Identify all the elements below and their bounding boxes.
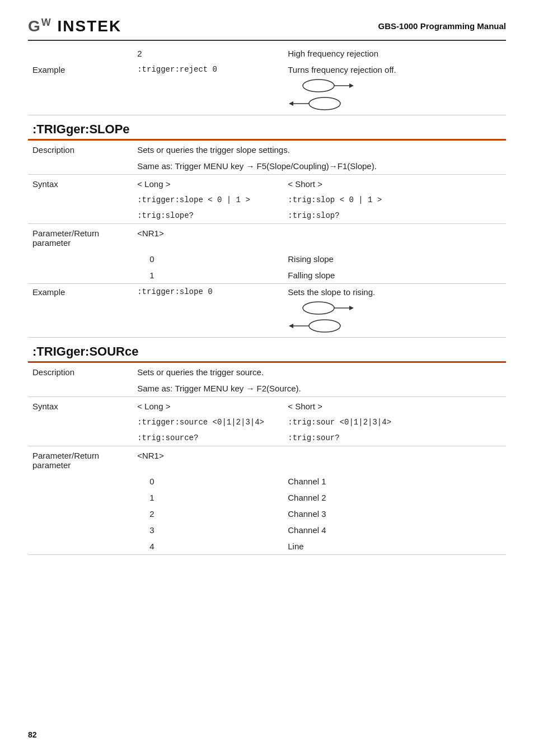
section1-example-desc: Sets the slope to rising. [283,284,506,338]
svg-point-11 [309,320,340,332]
arrow-svg-top [288,78,355,94]
section1-syntax-cmd1-row: :trigger:slope < 0 | 1 > :trig:slop < 0 … [28,192,506,208]
main-content-table: 2 High frequency rejection Example :trig… [28,41,506,555]
section1-param-0-value: 0 [133,251,283,267]
intro-number-row: 2 High frequency rejection [28,41,506,62]
section2-heading: :TRIGger:SOURce [32,344,138,358]
section2-param-4-row: 4 Line [28,538,506,555]
section2-param-0-empty [28,473,133,489]
section1-long-cmd1: :trigger:slope < 0 | 1 > [133,192,283,208]
section1-example-label: Example [28,284,133,338]
header-title: GBS-1000 Programming Manual [378,21,506,31]
svg-marker-10 [289,324,293,328]
section1-heading: :TRIGger:SLOPe [32,122,130,136]
section1-param-header-row: Parameter/Return parameter <NR1> [28,224,506,251]
section1-short-cmd1: :trig:slop < 0 | 1 > [283,192,506,208]
section2-long-cmd1: :trigger:source <0|1|2|3|4> [133,414,283,430]
page-header: GW INSTEK GBS-1000 Programming Manual [28,17,506,41]
section1-param-1-empty [28,267,133,284]
section2-param-type: <NR1> [133,446,506,474]
section1-syntax-empty2 [28,208,133,224]
page: GW INSTEK GBS-1000 Programming Manual 2 … [0,0,534,756]
section2-param-2-desc: Channel 3 [283,506,506,522]
section1-param-0-row: 0 Rising slope [28,251,506,267]
section2-param-3-row: 3 Channel 4 [28,522,506,538]
section2-param-1-value: 1 [133,489,283,506]
section1-desc2-label-empty [28,158,133,175]
arrow-svg-top-2 [288,300,355,316]
section2-desc2-empty [28,380,133,397]
section2-param-4-empty [28,538,133,555]
section1-long-header: < Long > [133,175,283,193]
section2-short-header: < Short > [283,397,506,415]
svg-point-5 [309,97,340,110]
arrow-svg-bottom-2 [288,318,355,334]
section2-desc-label: Description [28,362,133,381]
section1-short-header: < Short > [283,175,506,193]
section2-param-3-value: 3 [133,522,283,538]
section1-param-1-row: 1 Falling slope [28,267,506,284]
section2-syntax-cmd2-row: :trig:source? :trig:sour? [28,430,506,446]
section1-param-label: Parameter/Return parameter [28,224,133,251]
arrow-svg-bottom [288,96,355,111]
svg-marker-2 [349,83,354,88]
section1-param-1-desc: Falling slope [283,267,506,284]
section2-param-2-value: 2 [133,506,283,522]
section2-long-cmd2: :trig:source? [133,430,283,446]
section1-example-row: Example :trigger:slope 0 Sets the slope … [28,284,506,338]
section2-param-1-row: 1 Channel 2 [28,489,506,506]
section2-syntax-empty2 [28,430,133,446]
svg-point-0 [303,80,334,92]
section1-desc2: Same as: Trigger MENU key → F5(Slope/Cou… [133,158,506,175]
intro-empty [28,41,133,62]
section1-desc-label: Description [28,140,133,158]
arrow-graphic-2 [288,300,502,334]
section2-heading-row: :TRIGger:SOURce [28,338,506,362]
section1-param-type: <NR1> [133,224,506,251]
logo-gw: GW [28,17,58,35]
section1-param-0-desc: Rising slope [283,251,506,267]
section1-short-cmd2: :trig:slop? [283,208,506,224]
section1-syntax-cmd2-row: :trig:slope? :trig:slop? [28,208,506,224]
section2-param-0-value: 0 [133,473,283,489]
svg-marker-4 [289,101,293,106]
svg-marker-8 [349,306,354,310]
section1-desc1-row: Description Sets or queries the trigger … [28,140,506,158]
section1-heading-row: :TRIGger:SLOPe [28,115,506,140]
section2-param-0-desc: Channel 1 [283,473,506,489]
section2-short-cmd1: :trig:sour <0|1|2|3|4> [283,414,506,430]
section1-syntax-label: Syntax [28,175,133,193]
section2-param-2-empty [28,506,133,522]
section2-param-4-desc: Line [283,538,506,555]
section2-syntax-cmd1-row: :trigger:source <0|1|2|3|4> :trig:sour <… [28,414,506,430]
section1-param-0-empty [28,251,133,267]
intro-example-cmd: :trigger:reject 0 [133,62,283,115]
section1-syntax-empty1 [28,192,133,208]
section2-param-3-desc: Channel 4 [283,522,506,538]
section2-desc1-row: Description Sets or queries the trigger … [28,362,506,381]
section2-param-header-row: Parameter/Return parameter <NR1> [28,446,506,474]
section2-long-header: < Long > [133,397,283,415]
section1-param-1-value: 1 [133,267,283,284]
section1-desc2-row: Same as: Trigger MENU key → F5(Slope/Cou… [28,158,506,175]
section2-desc2-row: Same as: Trigger MENU key → F2(Source). [28,380,506,397]
section2-syntax-label: Syntax [28,397,133,415]
section2-param-3-empty [28,522,133,538]
svg-point-6 [303,302,334,314]
arrow-graphic-1 [288,78,502,111]
intro-example-desc: Turns frequency rejection off. [283,62,506,115]
section2-param-4-value: 4 [133,538,283,555]
intro-description: High frequency rejection [283,41,506,62]
section2-short-cmd2: :trig:sour? [283,430,506,446]
intro-number: 2 [133,41,283,62]
intro-example-row: Example :trigger:reject 0 Turns frequenc… [28,62,506,115]
section2-desc2: Same as: Trigger MENU key → F2(Source). [133,380,506,397]
section2-param-label: Parameter/Return parameter [28,446,133,474]
section1-syntax-header-row: Syntax < Long > < Short > [28,175,506,193]
logo: GW INSTEK [28,17,121,35]
section2-desc1: Sets or queries the trigger source. [133,362,506,381]
section2-heading-cell: :TRIGger:SOURce [28,338,506,362]
section2-param-2-row: 2 Channel 3 [28,506,506,522]
section1-heading-cell: :TRIGger:SLOPe [28,115,506,140]
page-number: 82 [28,730,37,739]
